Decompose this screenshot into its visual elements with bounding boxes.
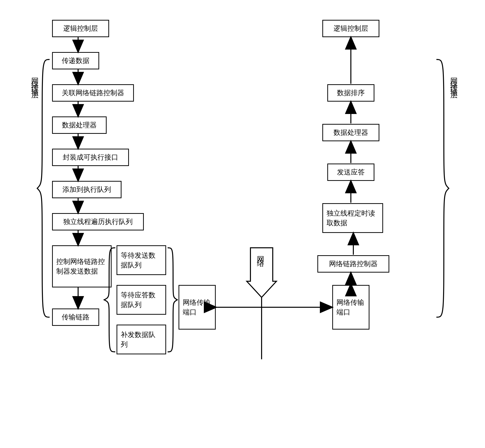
box-data-processor-left: 数据处理器 (52, 116, 107, 134)
box-net-port-left: 网络传输端口 (179, 285, 216, 330)
box-ctrl-send-data: 控制网络链路控制器发送数据 (52, 245, 112, 287)
box-queue-resend: 补发数据队列 (117, 325, 166, 354)
box-left-logic-layer: 逻辑控制层 (52, 20, 109, 37)
flow-diagram: 逻辑控制层 传递数据 关联网络链路控制器 数据处理器 封装成可执行接口 添加到执… (10, 10, 475, 438)
box-send-ack: 发送应答 (327, 164, 374, 181)
box-transport-link: 传输链路 (52, 308, 99, 326)
box-assoc-link-controller: 关联网络链路控制器 (52, 84, 134, 102)
svg-line-17 (99, 300, 104, 317)
box-net-link-controller: 网络链路控制器 (317, 255, 389, 273)
box-queue-wait-ack: 等待应答数据队列 (117, 285, 166, 315)
box-data-processor-right: 数据处理器 (322, 124, 379, 141)
label-network: 网络 (255, 250, 266, 257)
box-add-queue: 添加到执行队列 (52, 181, 121, 198)
box-encapsulate-exec: 封装成可执行接口 (52, 149, 129, 166)
label-right-layer: 网络传输层 (449, 72, 459, 89)
box-right-logic-layer: 逻辑控制层 (322, 20, 379, 37)
box-thread-read: 独立线程定时读取数据 (322, 203, 383, 233)
box-pass-data: 传递数据 (52, 52, 99, 69)
box-data-sort: 数据排序 (327, 84, 374, 102)
box-queue-wait-send: 等待发送数据队列 (117, 245, 166, 275)
box-net-port-right: 网络传输端口 (332, 285, 369, 330)
box-thread-traverse: 独立线程遍历执行队列 (52, 213, 144, 230)
label-left-layer: 网络传输层 (30, 72, 40, 89)
